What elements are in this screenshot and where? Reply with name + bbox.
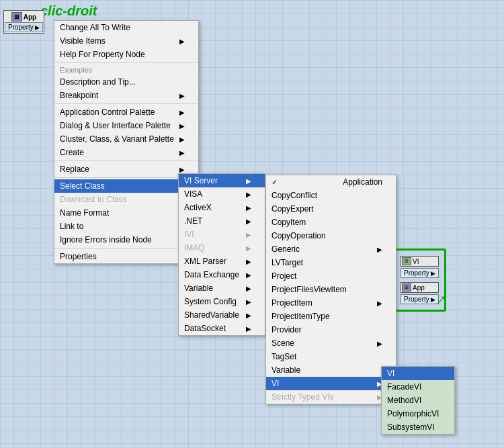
menu-ignore-errors[interactable]: Ignore Errors inside Node	[54, 233, 198, 247]
menu-examples-header: Examples	[54, 64, 198, 75]
menu-project[interactable]: Project	[266, 269, 396, 283]
vi-label: VI	[413, 258, 419, 265]
menu-project-files-view[interactable]: ProjectFilesViewItem	[266, 283, 396, 296]
property-label-topleft: Property ▶	[5, 22, 43, 32]
menu-create[interactable]: Create ▶	[54, 146, 198, 159]
menu-dialog-ui[interactable]: Dialog & User Interface Palette ▶	[54, 119, 198, 132]
menu-system-config[interactable]: System Config ▶	[179, 295, 265, 308]
menu-tagset[interactable]: TagSet	[266, 350, 396, 363]
menu-change-all[interactable]: Change All To Write	[54, 21, 198, 34]
menu-vi-main[interactable]: VI ▶	[266, 377, 396, 390]
sep1	[54, 62, 198, 63]
menu-scene[interactable]: Scene ▶	[266, 337, 396, 350]
menu-select-class[interactable]: Select Class ▶	[54, 179, 198, 193]
menu-properties[interactable]: Properties	[54, 250, 198, 263]
app-icon: ⊞	[402, 283, 411, 292]
menu-provider[interactable]: Provider	[266, 323, 396, 337]
menu-application[interactable]: ✓ Application	[266, 175, 396, 189]
menu-breakpoint[interactable]: Breakpoint ▶	[54, 89, 198, 102]
menu-project-item-type[interactable]: ProjectItemType	[266, 310, 396, 323]
menu-dotnet[interactable]: .NET ▶	[179, 214, 265, 228]
menu-copy-item[interactable]: CopyItem	[266, 216, 396, 229]
menu-vi-server[interactable]: VI Server ▶	[179, 174, 265, 187]
menu-polymorphic-vi[interactable]: PolymorphicVI	[382, 407, 454, 420]
app-icon-topleft: ⊞	[11, 12, 22, 21]
menu-xml-parser[interactable]: XML Parser ▶	[179, 255, 265, 268]
vi-property-node: ⊞ VI Property ▶	[401, 256, 439, 278]
menu-facade-vi[interactable]: FacadeVI	[382, 380, 454, 394]
menu-visa[interactable]: VISA ▶	[179, 187, 265, 201]
menu-name-format[interactable]: Name Format ▶	[54, 206, 198, 220]
sep2	[54, 103, 198, 104]
context-menu-vi-server: ✓ Application CopyConflict CopyExpert Co…	[265, 175, 396, 404]
app-property-node-topleft: ⊞ App Property ▶	[3, 10, 44, 34]
menu-strictly-typed: Strictly Typed VIs ▶	[266, 390, 396, 404]
menu-copy-expert[interactable]: CopyExpert	[266, 202, 396, 216]
menu-shared-variable[interactable]: SharedVariable ▶	[179, 308, 265, 322]
menu-downcast: Downcast to Class	[54, 193, 198, 206]
sep3	[54, 161, 198, 161]
vi-icon: ⊞	[402, 257, 411, 265]
page-title: clic-droit	[40, 3, 97, 19]
menu-generic[interactable]: Generic ▶	[266, 242, 396, 256]
menu-data-exchange[interactable]: Data Exchange ▶	[179, 268, 265, 281]
menu-variable3[interactable]: Variable	[266, 363, 396, 377]
menu-imaq: IMAQ ▶	[179, 241, 265, 255]
menu-copy-conflict[interactable]: CopyConflict	[266, 189, 396, 202]
app-label: App	[413, 284, 425, 292]
menu-subsystem-vi[interactable]: SubsystemVI	[382, 420, 454, 434]
menu-visible-items[interactable]: Visible Items ▶	[54, 34, 198, 48]
menu-cluster-class[interactable]: Cluster, Class, & Variant Palette ▶	[54, 132, 198, 146]
menu-lv-target[interactable]: LVTarget	[266, 256, 396, 269]
vi-property-label: Property ▶	[401, 268, 439, 278]
menu-link-to[interactable]: Link to ▶	[54, 220, 198, 233]
menu-copy-operation[interactable]: CopyOperation	[266, 229, 396, 242]
menu-vi-plain[interactable]: VI	[382, 367, 454, 380]
menu-project-item[interactable]: ProjectItem ▶	[266, 296, 396, 310]
context-menu-select-class: VI Server ▶ VISA ▶ ActiveX ▶ .NET ▶ IVI …	[178, 173, 265, 336]
menu-help-property[interactable]: Help For Property Node	[54, 48, 198, 61]
menu-datasocket[interactable]: DataSocket ▶	[179, 322, 265, 335]
menu-app-control[interactable]: Application Control Palette ▶	[54, 105, 198, 119]
sep5	[54, 248, 198, 249]
context-menu-level1: Change All To Write Visible Items ▶ Help…	[54, 20, 199, 264]
menu-variable[interactable]: Variable ▶	[179, 281, 265, 295]
app-label-topleft: App	[24, 13, 36, 21]
menu-description[interactable]: Description and Tip...	[54, 75, 198, 89]
menu-activex[interactable]: ActiveX ▶	[179, 201, 265, 214]
sep4	[54, 177, 198, 178]
context-menu-vi: VI FacadeVI MethodVI PolymorphicVI Subsy…	[381, 366, 455, 435]
menu-ivi: IVI ▶	[179, 228, 265, 241]
menu-replace[interactable]: Replace ▶	[54, 163, 198, 176]
menu-method-vi[interactable]: MethodVI	[382, 394, 454, 407]
